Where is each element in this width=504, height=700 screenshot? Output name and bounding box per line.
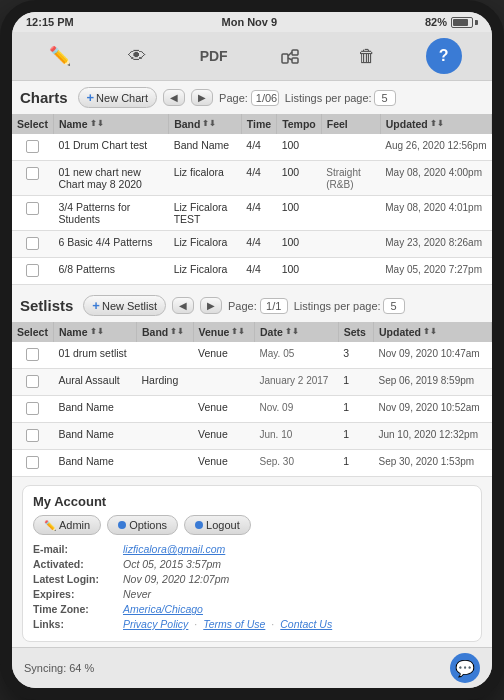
latest-login-row: Latest Login: Nov 09, 2020 12:07pm xyxy=(33,573,471,585)
table-row: Aural Assault Harding January 2 2017 1 S… xyxy=(12,369,492,396)
charts-per-page-value[interactable]: 5 xyxy=(374,90,396,106)
plus-icon: + xyxy=(87,90,95,105)
privacy-link[interactable]: Privacy Policy xyxy=(123,618,188,630)
row-updated: May 08, 2020 4:00pm xyxy=(380,161,491,196)
col-updated[interactable]: Updated⬆⬇ xyxy=(380,114,491,134)
row-checkbox[interactable] xyxy=(12,423,53,450)
row-time: 4/4 xyxy=(241,258,276,285)
timezone-value[interactable]: America/Chicago xyxy=(123,603,203,615)
row-band xyxy=(137,396,194,423)
charts-prev-button[interactable]: ◀ xyxy=(163,89,185,106)
row-checkbox[interactable] xyxy=(12,231,53,258)
row-band xyxy=(137,342,194,369)
row-date: Sep. 30 xyxy=(254,450,338,477)
row-name: 6/8 Patterns xyxy=(53,258,168,285)
new-chart-button[interactable]: + New Chart xyxy=(78,87,158,108)
expires-label: Expires: xyxy=(33,588,123,600)
tablet-frame: 12:15 PM Mon Nov 9 82% ✏️ 👁 PDF xyxy=(0,0,504,700)
setlists-title: Setlists xyxy=(20,297,73,314)
charts-section: Charts + New Chart ◀ ▶ Page: 1/06 Listin… xyxy=(12,81,492,285)
row-date: Jun. 10 xyxy=(254,423,338,450)
admin-button[interactable]: ✏️ Admin xyxy=(33,515,101,535)
table-row: Band Name Venue Nov. 09 1 Nov 09, 2020 1… xyxy=(12,396,492,423)
logout-button[interactable]: Logout xyxy=(184,515,251,535)
row-sets: 3 xyxy=(338,342,373,369)
new-setlist-button[interactable]: + New Setlist xyxy=(83,295,166,316)
options-dot-icon xyxy=(118,521,126,529)
charts-page-box[interactable]: 1/06 xyxy=(251,90,279,106)
email-value[interactable]: lizficalora@gmail.com xyxy=(123,543,225,555)
setlists-per-page: Listings per page: 5 xyxy=(294,298,405,314)
chat-button[interactable]: 💬 xyxy=(450,653,480,683)
sl-col-date[interactable]: Date⬆⬇ xyxy=(254,322,338,342)
pencil-icon[interactable]: ✏️ xyxy=(42,38,78,74)
row-date: Nov. 09 xyxy=(254,396,338,423)
row-checkbox[interactable] xyxy=(12,258,53,285)
table-row: 01 new chart new Chart may 8 2020 Liz fi… xyxy=(12,161,492,196)
sl-col-band[interactable]: Band⬆⬇ xyxy=(137,322,194,342)
row-name: Band Name xyxy=(53,450,136,477)
charts-next-button[interactable]: ▶ xyxy=(191,89,213,106)
row-name: 01 new chart new Chart may 8 2020 xyxy=(53,161,168,196)
sl-col-venue[interactable]: Venue⬆⬇ xyxy=(193,322,254,342)
row-updated: May 08, 2020 4:01pm xyxy=(380,196,491,231)
row-checkbox[interactable] xyxy=(12,342,53,369)
contact-link[interactable]: Contact Us xyxy=(280,618,332,630)
activated-label: Activated: xyxy=(33,558,123,570)
row-checkbox[interactable] xyxy=(12,196,53,231)
row-name: Band Name xyxy=(53,396,136,423)
row-tempo: 100 xyxy=(277,161,322,196)
options-button[interactable]: Options xyxy=(107,515,178,535)
row-updated: Nov 09, 2020 10:52am xyxy=(373,396,491,423)
share-icon[interactable] xyxy=(272,38,308,74)
terms-link[interactable]: Terms of Use xyxy=(203,618,265,630)
pencil-small-icon: ✏️ xyxy=(44,520,56,531)
row-feel xyxy=(321,258,380,285)
row-venue: Venue xyxy=(193,450,254,477)
row-band: Liz Ficalora xyxy=(169,258,242,285)
row-updated: May 05, 2020 7:27pm xyxy=(380,258,491,285)
status-right: 82% xyxy=(425,16,478,28)
table-row: 6/8 Patterns Liz Ficalora 4/4 100 May 05… xyxy=(12,258,492,285)
sl-col-name[interactable]: Name⬆⬇ xyxy=(53,322,136,342)
sl-col-updated[interactable]: Updated⬆⬇ xyxy=(373,322,491,342)
row-updated: Sep 06, 2019 8:59pm xyxy=(373,369,491,396)
row-name: 01 drum setlist xyxy=(53,342,136,369)
charts-title: Charts xyxy=(20,89,68,106)
row-sets: 1 xyxy=(338,450,373,477)
row-checkbox[interactable] xyxy=(12,450,53,477)
col-select: Select xyxy=(12,114,53,134)
col-band[interactable]: Band⬆⬇ xyxy=(169,114,242,134)
pdf-icon[interactable]: PDF xyxy=(196,38,232,74)
expires-row: Expires: Never xyxy=(33,588,471,600)
row-venue: Venue xyxy=(193,423,254,450)
sl-col-sets: Sets xyxy=(338,322,373,342)
row-date: May. 05 xyxy=(254,342,338,369)
table-row: 01 drum setlist Venue May. 05 3 Nov 09, … xyxy=(12,342,492,369)
setlists-page-box[interactable]: 1/1 xyxy=(260,298,288,314)
row-checkbox[interactable] xyxy=(12,161,53,196)
charts-header: Charts + New Chart ◀ ▶ Page: 1/06 Listin… xyxy=(12,81,492,114)
row-checkbox[interactable] xyxy=(12,369,53,396)
row-updated: May 23, 2020 8:26am xyxy=(380,231,491,258)
setlists-next-button[interactable]: ▶ xyxy=(200,297,222,314)
eye-icon[interactable]: 👁 xyxy=(119,38,155,74)
help-icon[interactable]: ? xyxy=(426,38,462,74)
activated-row: Activated: Oct 05, 2015 3:57pm xyxy=(33,558,471,570)
charts-per-page: Listings per page: 5 xyxy=(285,90,396,106)
row-checkbox[interactable] xyxy=(12,134,53,161)
row-venue: Venue xyxy=(193,396,254,423)
trash-icon[interactable]: 🗑 xyxy=(349,38,385,74)
col-time: Time xyxy=(241,114,276,134)
setlists-table: Select Name⬆⬇ Band⬆⬇ Venue⬆⬇ Date⬆⬇ Sets… xyxy=(12,322,492,477)
setlists-per-page-value[interactable]: 5 xyxy=(383,298,405,314)
row-checkbox[interactable] xyxy=(12,396,53,423)
row-band xyxy=(137,450,194,477)
col-name[interactable]: Name⬆⬇ xyxy=(53,114,168,134)
row-band: Liz Ficalora xyxy=(169,231,242,258)
row-name: Band Name xyxy=(53,423,136,450)
row-venue: Venue xyxy=(193,342,254,369)
setlists-section: Setlists + New Setlist ◀ ▶ Page: 1/1 Lis… xyxy=(12,289,492,477)
setlists-prev-button[interactable]: ◀ xyxy=(172,297,194,314)
links-container: Privacy Policy · Terms of Use · Contact … xyxy=(123,618,332,630)
